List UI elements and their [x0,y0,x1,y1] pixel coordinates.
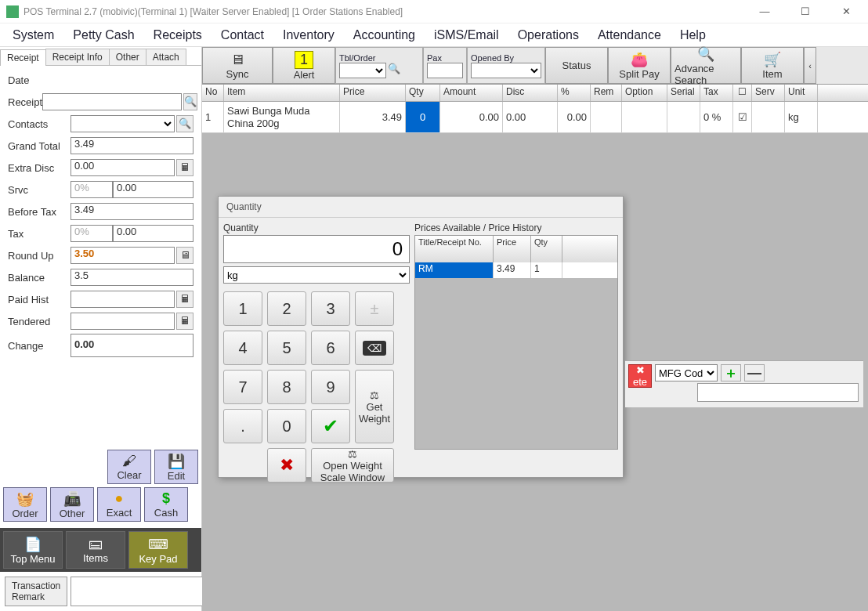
tab-attach[interactable]: Attach [146,49,186,65]
cell-rem [591,102,622,132]
tab-receipt-info[interactable]: Receipt Info [45,49,110,65]
close-button[interactable]: ✕ [830,1,862,23]
split-pay-button[interactable]: 👛Split Pay [608,47,671,84]
tab-receipt[interactable]: Receipt [0,49,46,66]
sync-button[interactable]: 🖥Sync [202,47,273,84]
minimize-button[interactable]: — [749,1,780,23]
pax-input[interactable] [427,63,463,78]
key-8[interactable]: 8 [267,370,306,404]
key-pad-button[interactable]: ⌨Key Pad [128,531,188,569]
key-3[interactable]: 3 [311,291,350,326]
key-2[interactable]: 2 [267,291,306,326]
pt-col-price[interactable]: Price [494,236,531,262]
key-ok[interactable]: ✔ [311,409,350,443]
col-tax[interactable]: Tax [700,85,733,101]
col-item[interactable]: Item [224,85,340,101]
edit-button[interactable]: 💾Edit [154,450,198,484]
cash-button[interactable]: $Cash [144,487,188,522]
items-button[interactable]: 🖴Items [66,531,125,569]
contacts-search-icon[interactable]: 🔍 [176,115,193,132]
grid-row[interactable]: 1 Sawi Bunga Muda China 200g 3.49 0 0.00… [202,102,868,133]
mfg-code-combo[interactable]: MFG Cod [655,364,718,381]
menu-help[interactable]: Help [680,28,706,42]
col-check[interactable]: ☐ [733,85,752,101]
receipt-input[interactable] [42,93,182,110]
open-scale-button[interactable]: ⚖Open Weight Scale Window [311,448,394,483]
exact-button[interactable]: ●Exact [97,487,141,522]
receipt-search-icon[interactable]: 🔍 [183,93,197,110]
tendered-value[interactable] [71,313,175,330]
get-weight-button[interactable]: ⚖Get Weight [355,370,394,443]
opened-by-combo[interactable] [471,63,541,78]
tbl-order-combo[interactable] [339,63,386,78]
note-icon: 📄 [24,536,42,553]
key-0[interactable]: 0 [267,409,306,443]
item-button[interactable]: 🛒Item [741,47,804,84]
key-6[interactable]: 6 [311,331,350,365]
calc-icon-3[interactable]: 🖩 [176,313,193,330]
pt-col-title[interactable]: Title/Receipt No. [415,236,494,262]
menu-contact[interactable]: Contact [221,28,264,42]
advance-search-button[interactable]: 🔍Advance Search [671,47,741,84]
key-backspace[interactable]: ⌫ [355,331,394,365]
receipt-tabs: Receipt Receipt Info Other Attach [0,49,201,66]
clear-button[interactable]: 🖌Clear [107,450,151,484]
alert-button[interactable]: 1Alert [273,47,335,84]
mfg-input[interactable] [697,383,859,402]
maximize-button[interactable]: ☐ [790,1,821,23]
menu-accounting[interactable]: Accounting [353,28,415,42]
menu-receipts[interactable]: Receipts [154,28,202,42]
toolbar-expand[interactable]: ‹ [804,47,816,84]
transaction-remark-input[interactable] [71,577,204,606]
qty-input[interactable] [223,235,410,263]
top-menu-button[interactable]: 📄Top Menu [3,531,63,569]
cell-qty[interactable]: 0 [406,102,440,132]
pt-col-qty[interactable]: Qty [531,236,562,262]
key-dot[interactable]: . [223,409,262,443]
calc-icon[interactable]: 🖩 [176,159,193,176]
tbl-search-icon[interactable]: 🔍 [388,63,403,78]
transaction-remark-button[interactable]: Transaction Remark [5,577,67,606]
col-serv[interactable]: Serv [752,85,785,101]
col-qty[interactable]: Qty [406,85,440,101]
delete-button[interactable]: ✖ete [628,364,652,388]
col-unit[interactable]: Unit [785,85,818,101]
key-9[interactable]: 9 [311,370,350,404]
alert-label: Alert [294,69,315,81]
key-1[interactable]: 1 [223,291,262,326]
key-4[interactable]: 4 [223,331,262,365]
col-rem[interactable]: Rem [591,85,622,101]
status-button[interactable]: Status [545,47,608,84]
menu-isms-email[interactable]: iSMS/Email [434,28,499,42]
key-cancel[interactable]: ✖ [267,448,306,483]
col-price[interactable]: Price [340,85,406,101]
col-serial[interactable]: Serial [667,85,700,101]
key-7[interactable]: 7 [223,370,262,404]
mfg-remove-button[interactable]: — [744,364,765,381]
key-5[interactable]: 5 [267,331,306,365]
display-icon[interactable]: 🖥 [176,247,193,264]
col-amount[interactable]: Amount [440,85,503,101]
other-button[interactable]: 📠Other [50,487,94,522]
pt-cell-qty[interactable]: 1 [531,262,562,278]
menu-system[interactable]: System [13,28,54,42]
menu-inventory[interactable]: Inventory [283,28,335,42]
menu-operations[interactable]: Operations [518,28,579,42]
col-no[interactable]: No [202,85,224,101]
col-disc[interactable]: Disc [503,85,558,101]
pt-cell-title[interactable]: RM [415,262,494,278]
col-pct[interactable]: % [558,85,591,101]
tab-other[interactable]: Other [109,49,146,65]
menu-attendance[interactable]: Attendance [598,28,661,42]
order-button[interactable]: 🧺Order [3,487,47,522]
calc-icon-2[interactable]: 🖩 [176,291,193,308]
mfg-add-button[interactable]: ＋ [721,364,741,381]
qty-unit-combo[interactable]: kg [223,266,410,284]
pt-cell-price[interactable]: 3.49 [494,262,531,278]
col-option[interactable]: Option [622,85,667,101]
extra-disc-value[interactable]: 0.00 [71,159,175,176]
cell-check[interactable]: ☑ [733,102,752,132]
key-plusminus[interactable]: ± [355,291,394,326]
menu-petty-cash[interactable]: Petty Cash [73,28,134,42]
contacts-combo[interactable] [71,115,175,132]
